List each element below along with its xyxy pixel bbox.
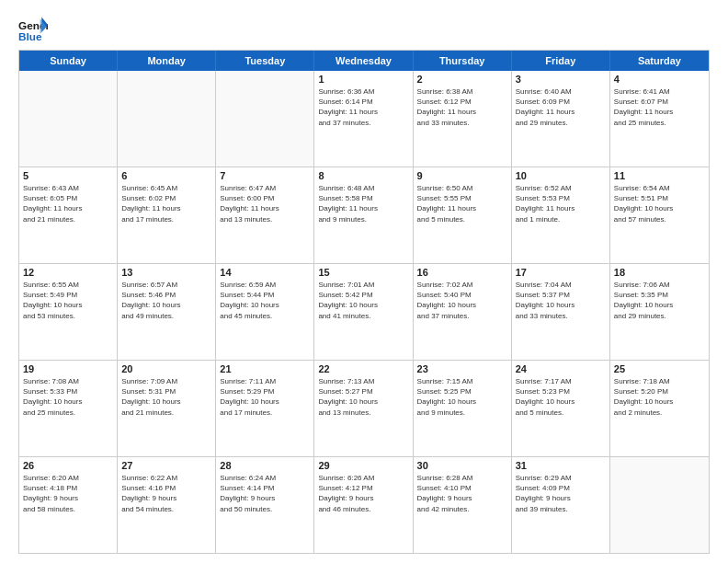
day-info: Sunrise: 6:48 AM Sunset: 5:58 PM Dayligh… — [318, 183, 408, 224]
day-info: Sunrise: 6:36 AM Sunset: 6:14 PM Dayligh… — [318, 86, 408, 128]
day-cell-31: 31Sunrise: 6:29 AM Sunset: 4:09 PM Dayli… — [512, 457, 610, 553]
day-cell-28: 28Sunrise: 6:24 AM Sunset: 4:14 PM Dayli… — [216, 457, 314, 553]
week-row-2: 5Sunrise: 6:43 AM Sunset: 6:05 PM Daylig… — [19, 167, 709, 264]
day-number: 12 — [23, 267, 113, 278]
week-row-3: 12Sunrise: 6:55 AM Sunset: 5:49 PM Dayli… — [19, 264, 709, 361]
svg-text:Blue: Blue — [18, 30, 42, 42]
day-cell-3: 3Sunrise: 6:40 AM Sunset: 6:09 PM Daylig… — [512, 71, 610, 167]
day-cell-18: 18Sunrise: 7:06 AM Sunset: 5:35 PM Dayli… — [610, 264, 709, 360]
day-info: Sunrise: 6:55 AM Sunset: 5:49 PM Dayligh… — [23, 280, 113, 321]
day-info: Sunrise: 7:01 AM Sunset: 5:42 PM Dayligh… — [318, 280, 408, 321]
empty-cell — [118, 71, 216, 167]
day-cell-8: 8Sunrise: 6:48 AM Sunset: 5:58 PM Daylig… — [314, 167, 413, 263]
day-cell-10: 10Sunrise: 6:52 AM Sunset: 5:53 PM Dayli… — [512, 167, 610, 263]
day-cell-17: 17Sunrise: 7:04 AM Sunset: 5:37 PM Dayli… — [512, 264, 610, 360]
day-info: Sunrise: 6:57 AM Sunset: 5:46 PM Dayligh… — [121, 280, 211, 321]
day-number: 10 — [516, 170, 606, 181]
day-number: 29 — [318, 460, 408, 471]
day-cell-27: 27Sunrise: 6:22 AM Sunset: 4:16 PM Dayli… — [118, 457, 216, 553]
day-info: Sunrise: 7:17 AM Sunset: 5:23 PM Dayligh… — [516, 376, 606, 418]
day-info: Sunrise: 7:18 AM Sunset: 5:20 PM Dayligh… — [614, 376, 705, 418]
day-cell-13: 13Sunrise: 6:57 AM Sunset: 5:46 PM Dayli… — [118, 264, 216, 360]
day-info: Sunrise: 6:29 AM Sunset: 4:09 PM Dayligh… — [516, 473, 606, 514]
day-number: 9 — [417, 170, 507, 181]
day-info: Sunrise: 6:50 AM Sunset: 5:55 PM Dayligh… — [417, 183, 507, 224]
day-header-sunday: Sunday — [19, 51, 118, 71]
day-cell-22: 22Sunrise: 7:13 AM Sunset: 5:27 PM Dayli… — [314, 361, 413, 456]
day-info: Sunrise: 6:59 AM Sunset: 5:44 PM Dayligh… — [220, 280, 310, 321]
day-number: 3 — [516, 74, 606, 85]
day-header-saturday: Saturday — [610, 51, 709, 71]
day-info: Sunrise: 7:13 AM Sunset: 5:27 PM Dayligh… — [318, 376, 408, 418]
day-info: Sunrise: 6:40 AM Sunset: 6:09 PM Dayligh… — [516, 86, 606, 128]
day-number: 4 — [614, 74, 705, 85]
day-info: Sunrise: 6:45 AM Sunset: 6:02 PM Dayligh… — [121, 183, 211, 224]
day-header-thursday: Thursday — [414, 51, 512, 71]
day-number: 1 — [318, 74, 408, 85]
day-cell-2: 2Sunrise: 6:38 AM Sunset: 6:12 PM Daylig… — [414, 71, 512, 167]
day-cell-14: 14Sunrise: 6:59 AM Sunset: 5:44 PM Dayli… — [216, 264, 314, 360]
empty-cell — [610, 457, 709, 553]
day-number: 23 — [417, 363, 507, 374]
day-info: Sunrise: 6:20 AM Sunset: 4:18 PM Dayligh… — [23, 473, 113, 514]
day-cell-23: 23Sunrise: 7:15 AM Sunset: 5:25 PM Dayli… — [414, 361, 512, 456]
day-cell-9: 9Sunrise: 6:50 AM Sunset: 5:55 PM Daylig… — [414, 167, 512, 263]
day-info: Sunrise: 6:28 AM Sunset: 4:10 PM Dayligh… — [417, 473, 507, 514]
page: General Blue SundayMondayTuesdayWednesda… — [0, 0, 728, 563]
day-cell-7: 7Sunrise: 6:47 AM Sunset: 6:00 PM Daylig… — [216, 167, 314, 263]
day-number: 21 — [220, 363, 310, 374]
day-info: Sunrise: 7:06 AM Sunset: 5:35 PM Dayligh… — [614, 280, 705, 321]
day-cell-4: 4Sunrise: 6:41 AM Sunset: 6:07 PM Daylig… — [610, 71, 709, 167]
day-number: 8 — [318, 170, 408, 181]
logo-icon: General Blue — [18, 17, 48, 42]
day-info: Sunrise: 7:11 AM Sunset: 5:29 PM Dayligh… — [220, 376, 310, 418]
day-cell-19: 19Sunrise: 7:08 AM Sunset: 5:33 PM Dayli… — [19, 361, 118, 456]
day-info: Sunrise: 7:04 AM Sunset: 5:37 PM Dayligh… — [516, 280, 606, 321]
day-number: 19 — [23, 363, 113, 374]
day-cell-6: 6Sunrise: 6:45 AM Sunset: 6:02 PM Daylig… — [118, 167, 216, 263]
day-info: Sunrise: 7:08 AM Sunset: 5:33 PM Dayligh… — [23, 376, 113, 418]
day-info: Sunrise: 6:38 AM Sunset: 6:12 PM Dayligh… — [417, 86, 507, 128]
day-info: Sunrise: 7:15 AM Sunset: 5:25 PM Dayligh… — [417, 376, 507, 418]
day-cell-25: 25Sunrise: 7:18 AM Sunset: 5:20 PM Dayli… — [610, 361, 709, 456]
day-cell-24: 24Sunrise: 7:17 AM Sunset: 5:23 PM Dayli… — [512, 361, 610, 456]
day-cell-21: 21Sunrise: 7:11 AM Sunset: 5:29 PM Dayli… — [216, 361, 314, 456]
day-info: Sunrise: 6:52 AM Sunset: 5:53 PM Dayligh… — [516, 183, 606, 224]
day-cell-26: 26Sunrise: 6:20 AM Sunset: 4:18 PM Dayli… — [19, 457, 118, 553]
day-number: 22 — [318, 363, 408, 374]
day-number: 26 — [23, 460, 113, 471]
day-info: Sunrise: 6:47 AM Sunset: 6:00 PM Dayligh… — [220, 183, 310, 224]
day-info: Sunrise: 6:26 AM Sunset: 4:12 PM Dayligh… — [318, 473, 408, 514]
week-row-4: 19Sunrise: 7:08 AM Sunset: 5:33 PM Dayli… — [19, 361, 709, 457]
day-info: Sunrise: 6:54 AM Sunset: 5:51 PM Dayligh… — [614, 183, 705, 224]
day-info: Sunrise: 6:24 AM Sunset: 4:14 PM Dayligh… — [220, 473, 310, 514]
day-headers: SundayMondayTuesdayWednesdayThursdayFrid… — [19, 51, 709, 71]
day-cell-15: 15Sunrise: 7:01 AM Sunset: 5:42 PM Dayli… — [314, 264, 413, 360]
day-number: 20 — [121, 363, 211, 374]
day-info: Sunrise: 6:22 AM Sunset: 4:16 PM Dayligh… — [121, 473, 211, 514]
day-header-tuesday: Tuesday — [216, 51, 314, 71]
day-number: 16 — [417, 267, 507, 278]
day-number: 11 — [614, 170, 705, 181]
day-number: 13 — [121, 267, 211, 278]
day-number: 28 — [220, 460, 310, 471]
day-number: 6 — [121, 170, 211, 181]
calendar: SundayMondayTuesdayWednesdayThursdayFrid… — [18, 50, 710, 554]
weeks: 1Sunrise: 6:36 AM Sunset: 6:14 PM Daylig… — [19, 71, 709, 553]
day-header-friday: Friday — [512, 51, 610, 71]
day-number: 27 — [121, 460, 211, 471]
day-info: Sunrise: 7:02 AM Sunset: 5:40 PM Dayligh… — [417, 280, 507, 321]
day-info: Sunrise: 7:09 AM Sunset: 5:31 PM Dayligh… — [121, 376, 211, 418]
header: General Blue — [18, 17, 710, 42]
week-row-5: 26Sunrise: 6:20 AM Sunset: 4:18 PM Dayli… — [19, 457, 709, 553]
day-number: 18 — [614, 267, 705, 278]
day-number: 14 — [220, 267, 310, 278]
day-cell-29: 29Sunrise: 6:26 AM Sunset: 4:12 PM Dayli… — [314, 457, 413, 553]
day-header-wednesday: Wednesday — [314, 51, 413, 71]
day-header-monday: Monday — [118, 51, 216, 71]
empty-cell — [216, 71, 314, 167]
day-info: Sunrise: 6:41 AM Sunset: 6:07 PM Dayligh… — [614, 86, 705, 128]
day-info: Sunrise: 6:43 AM Sunset: 6:05 PM Dayligh… — [23, 183, 113, 224]
day-cell-1: 1Sunrise: 6:36 AM Sunset: 6:14 PM Daylig… — [314, 71, 413, 167]
empty-cell — [19, 71, 118, 167]
